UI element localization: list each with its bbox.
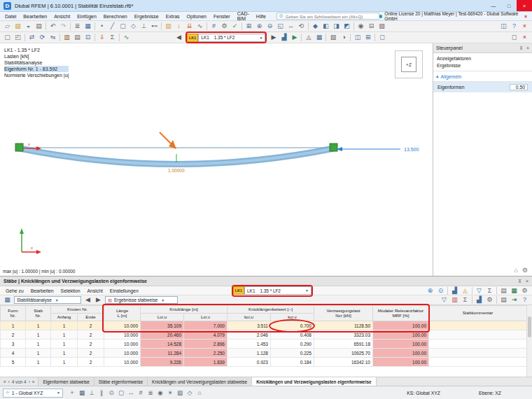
mesh-icon[interactable]: # <box>209 21 219 31</box>
fullscreen-icon[interactable]: ◻ <box>509 32 519 43</box>
sum-rows-icon[interactable]: Σ <box>460 295 470 305</box>
column-subheader[interactable]: kcr,u <box>227 314 271 321</box>
table-cell[interactable]: 1 <box>51 358 78 367</box>
table-cell[interactable]: 4 <box>1 349 26 358</box>
render-mode-icon[interactable]: ▧ <box>175 388 185 398</box>
move-icon[interactable]: ⇄ <box>27 32 37 43</box>
object-snap-icon[interactable]: ⊙ <box>106 388 116 398</box>
column-subheader[interactable]: Anfang <box>51 314 78 321</box>
visibility-icon[interactable]: ◉ <box>356 21 366 31</box>
panel-close-icon[interactable]: × <box>526 46 529 51</box>
pin-icon[interactable]: ⊼ <box>519 46 523 51</box>
panel-close-icon[interactable]: × <box>526 279 528 284</box>
menu-berechnen[interactable]: Berechnen <box>100 14 131 19</box>
tables-icon[interactable]: ▦ <box>83 21 93 31</box>
support-left[interactable] <box>15 144 23 151</box>
render-icon[interactable]: ▧ <box>328 32 338 43</box>
table-tab-3[interactable]: Knicklängen und Verzweigungslasten stabw… <box>148 377 252 386</box>
navigation-cube[interactable]: +Z <box>395 50 423 78</box>
table-type-icon[interactable]: ▦ <box>2 295 13 305</box>
link-anzeigefaktoren[interactable]: Anzeigefaktoren <box>437 56 528 61</box>
grid-icon[interactable]: ▦ <box>77 388 87 398</box>
rotate-icon[interactable]: ⟳ <box>37 32 48 43</box>
table-cell[interactable]: 1 <box>26 340 51 349</box>
column-header[interactable]: Stabkommentar <box>429 306 527 321</box>
panel-pin-icon[interactable]: ⊼ <box>518 279 522 284</box>
load-generation-icon[interactable]: Σ <box>107 32 118 43</box>
column-header[interactable]: LängeL [m] <box>104 306 141 321</box>
select-mode-icon[interactable]: ▢ <box>116 388 126 398</box>
load-combination-combo[interactable]: LK1 LK1 1.35 * LF2 ▼ <box>187 33 265 42</box>
material-icon[interactable]: ▤ <box>72 32 83 43</box>
table-tab-1[interactable]: Eigenformen stabweise <box>38 377 94 386</box>
prev-table-icon[interactable]: ‹ <box>8 379 10 384</box>
table-cell[interactable]: 11.284 <box>141 349 184 358</box>
table-cell[interactable]: 4.079 <box>184 330 227 340</box>
table-menu-einstellungen[interactable]: Einstellungen <box>106 288 142 293</box>
table-cell[interactable]: 1 <box>26 321 51 330</box>
column-header[interactable]: Knicklänge [m] <box>141 306 227 314</box>
panel-settings-icon[interactable]: ⚙ <box>522 267 528 274</box>
menu-einf-gen[interactable]: Einfügen <box>74 14 100 19</box>
snap-icon[interactable]: + <box>67 388 77 398</box>
table-cell[interactable]: 0.184 <box>271 358 314 367</box>
mirror-icon[interactable]: ⇋ <box>48 32 58 43</box>
table-cell[interactable]: 2 <box>78 321 104 330</box>
view-isometric-icon[interactable]: ◆ <box>310 21 321 31</box>
table-cell[interactable]: 10.000 <box>104 340 141 349</box>
table-help-icon[interactable]: ? <box>519 295 530 305</box>
table-cell[interactable] <box>429 340 527 349</box>
show-results-icon[interactable]: ∿ <box>121 32 132 43</box>
eigenformen-row[interactable]: Eigenformen 0.50 <box>433 82 532 92</box>
first-table-icon[interactable]: « <box>4 379 6 384</box>
menu-extras[interactable]: Extras <box>162 14 183 19</box>
link-ergebnisse[interactable]: Ergebnisse <box>437 63 528 68</box>
eigenformen-factor-field[interactable]: 0.50 <box>510 84 528 90</box>
imperfection-icon[interactable]: ∿ <box>195 21 205 31</box>
support-icon[interactable]: ⊥ <box>139 21 149 31</box>
table-menu-ansicht[interactable]: Ansicht <box>84 288 106 293</box>
table-cell[interactable] <box>429 349 527 358</box>
zoom-window-icon[interactable]: ⊞ <box>244 21 254 31</box>
home-cs-icon[interactable]: ⌂ <box>195 388 204 398</box>
column-subheader[interactable]: Lcr,v <box>184 314 227 321</box>
table-cell[interactable]: 2 <box>78 330 104 340</box>
view-z-icon[interactable]: ◩ <box>342 21 352 31</box>
column-header[interactable]: StabNr. <box>26 306 51 321</box>
table-cell[interactable]: 10925.70 <box>314 349 373 358</box>
pan-icon[interactable]: ↔ <box>286 21 296 31</box>
maximize-button[interactable]: □ <box>501 0 517 11</box>
table-cell[interactable]: 1.453 <box>227 340 271 349</box>
table-row[interactable]: 411210.00011.2842.2501.1280.22510925.701… <box>1 349 527 358</box>
table-cell[interactable]: 3323.03 <box>314 330 373 340</box>
result-table-icon[interactable]: ▦ <box>314 32 324 43</box>
table-cell[interactable]: 100.00 <box>373 358 429 367</box>
zoom-all-icon[interactable]: ◱ <box>275 21 286 31</box>
menu-ergebnisse[interactable]: Ergebnisse <box>131 14 162 19</box>
member-icon[interactable]: ╱ <box>107 21 118 31</box>
table-cell[interactable]: 10.000 <box>104 321 141 330</box>
table-cell[interactable]: 0.290 <box>271 340 314 349</box>
diagram-icon[interactable]: ▟ <box>474 295 484 305</box>
table-cell[interactable]: 0.700 <box>271 321 314 330</box>
nodes-table-icon[interactable]: ⊡ <box>83 32 93 43</box>
zoom-in-icon[interactable]: ⊕ <box>254 21 265 31</box>
guidelines-icon[interactable]: ∥ <box>97 388 106 398</box>
measure-icon[interactable]: ↔ <box>126 388 136 398</box>
column-subheader[interactable]: Lcr,u <box>141 314 184 321</box>
table-cell[interactable]: 3.511 <box>227 321 271 330</box>
table-cell[interactable]: 10.000 <box>104 358 141 367</box>
table-menu-bearbeiten[interactable]: Bearbeiten <box>27 288 57 293</box>
result-values-icon[interactable]: ◬ <box>303 32 314 43</box>
close-view-icon[interactable]: × <box>519 21 530 31</box>
table-cell[interactable]: 7.000 <box>184 321 227 330</box>
close-panel-icon[interactable]: × <box>519 32 530 43</box>
table-menu-gehe-zu[interactable]: Gehe zu <box>2 288 27 293</box>
select-all-icon[interactable]: ◰ <box>13 32 23 43</box>
table-row[interactable]: 111210.00035.1097.0003.5110.7001128.5010… <box>1 321 527 330</box>
column-header[interactable]: FormNr. <box>1 306 26 321</box>
export-icon[interactable]: ⇥ <box>509 295 519 305</box>
table-cell[interactable]: 9.226 <box>141 358 184 367</box>
table-cell[interactable]: 100.00 <box>373 321 429 330</box>
close-button[interactable]: × <box>517 0 532 11</box>
